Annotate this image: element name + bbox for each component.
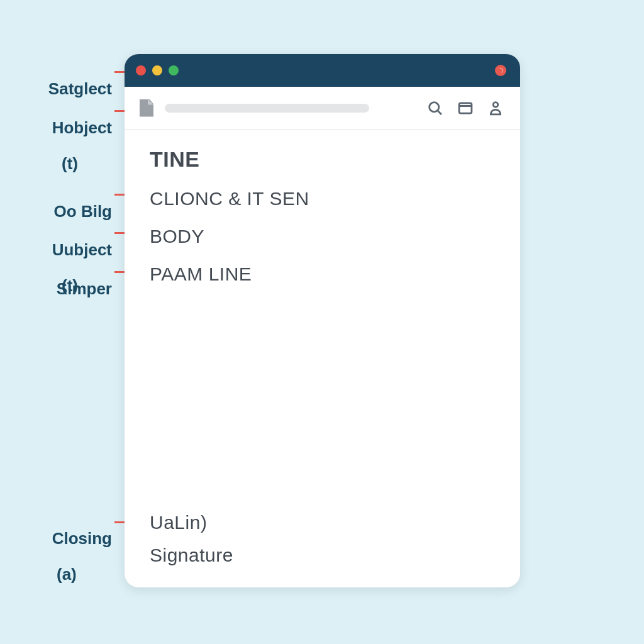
annotation-label: Simper [57,279,112,298]
svg-point-4 [493,102,497,106]
doc-line-paam: PAAM LINE [150,264,495,285]
annotation-closing: Closing (a) [24,511,112,601]
close-icon[interactable] [136,65,146,75]
app-window: TINE CLIONC & IT SEN BODY PAAM LINE UaLi… [125,54,520,587]
annotation-simper: Simper [24,262,112,297]
annotation-hobject: Hobject (t) [24,101,112,191]
annotation-label: Uubject [52,240,112,259]
annotation-sub: (a) [57,565,112,584]
doc-line-clionc: CLIONC & IT SEN [150,188,495,209]
svg-rect-2 [459,103,472,113]
annotation-label: Hobject [52,118,112,137]
toolbar [125,87,520,130]
annotation-sub: (t) [62,155,112,173]
doc-bottom-block: UaLin) Signature [150,512,233,566]
doc-heading: TINE [150,147,495,172]
traffic-lights [136,65,179,75]
document-icon[interactable] [140,99,153,117]
minimize-icon[interactable] [152,65,162,75]
titlebar [125,54,520,87]
doc-line-body: BODY [150,226,495,247]
annotation-label: Satglect [48,79,112,98]
titlebar-action-icon[interactable] [495,65,506,76]
doc-signature: Signature [150,545,233,566]
svg-line-1 [438,110,441,114]
search-icon[interactable] [426,99,445,118]
document-body: TINE CLIONC & IT SEN BODY PAAM LINE UaLi… [125,130,520,587]
maximize-icon[interactable] [169,65,179,75]
svg-point-0 [430,102,439,111]
annotation-oobilg: Oo Bilg [24,184,112,220]
window-icon[interactable] [456,99,475,118]
annotation-label: Closing [52,529,112,548]
doc-closing: UaLin) [150,512,233,533]
annotation-satglect: Satglect [24,62,112,97]
address-bar[interactable] [165,104,369,113]
account-icon[interactable] [486,99,505,118]
annotation-label: Oo Bilg [54,202,112,221]
